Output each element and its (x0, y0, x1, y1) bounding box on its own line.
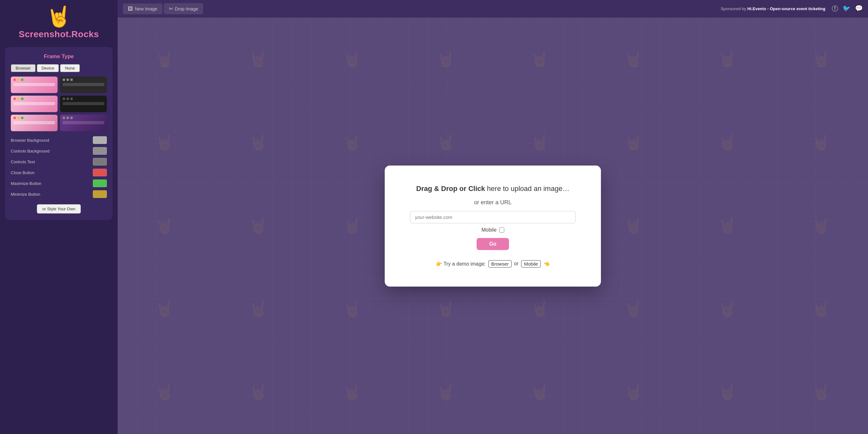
minimize-button-setting: Minimize Button (11, 190, 107, 198)
drag-drop-text: Drag & Drop (416, 185, 458, 193)
browser-bg-swatch[interactable] (93, 136, 107, 144)
social-icons: ⓕ 🐦 💬 (832, 4, 863, 13)
sidebar: 🤘 Screenshot.Rocks Frame Type Browser De… (0, 0, 118, 434)
frame-previews (11, 76, 107, 131)
frame-tabs: Browser Device None (11, 64, 107, 72)
rock-hand-icon: 🤘 (46, 6, 71, 27)
facebook-icon[interactable]: ⓕ (832, 4, 838, 13)
logo-text-pre: Screenshot. (19, 29, 71, 39)
logo-text-accent: Rocks (71, 29, 99, 39)
twitter-icon[interactable]: 🐦 (843, 4, 850, 13)
frame-preview-5[interactable] (11, 115, 58, 131)
sponsor-text: Sponsored by Hi.Events - Open-source eve… (721, 6, 826, 11)
minimize-btn-label: Minimize Button (11, 192, 40, 197)
whatsapp-icon[interactable]: 💬 (855, 4, 863, 13)
frame-preview-4[interactable] (60, 96, 107, 112)
url-label: or enter a URL (410, 199, 576, 206)
demo-or-text: or (514, 261, 519, 267)
frame-panel: Frame Type Browser Device None (5, 47, 113, 220)
topbar: 🖼 New Image ✂ Drop Image Sponsored by Hi… (118, 0, 868, 18)
upload-card[interactable]: Drag & Drop or Click here to upload an i… (385, 166, 601, 287)
frame-preview-2[interactable] (60, 76, 107, 93)
close-button-setting: Close Button (11, 169, 107, 176)
demo-browser-link[interactable]: Browser (488, 260, 512, 268)
maximize-button-setting: Maximize Button (11, 179, 107, 187)
url-input[interactable] (410, 211, 576, 223)
frame-preview-1[interactable] (11, 76, 58, 93)
close-btn-label: Close Button (11, 170, 34, 175)
controls-background-setting: Controls Background (11, 147, 107, 155)
new-image-label: New Image (135, 6, 157, 11)
image-icon: 🖼 (128, 6, 133, 12)
upload-title: Drag & Drop or Click here to upload an i… (410, 185, 576, 193)
drag-desc-text: here to upload an image… (487, 185, 569, 193)
controls-bg-label: Controls Background (11, 149, 49, 154)
canvas-area[interactable]: 🤘🤘🤘🤘🤘🤘🤘🤘 🤘🤘🤘🤘🤘🤘🤘🤘 🤘🤘🤘🤘🤘🤘🤘🤘 🤘🤘🤘🤘🤘🤘🤘🤘 🤘🤘🤘🤘… (118, 18, 868, 434)
frame-preview-6[interactable] (60, 115, 107, 131)
logo-area: 🤘 Screenshot.Rocks (19, 6, 99, 39)
controls-bg-swatch[interactable] (93, 147, 107, 155)
go-button[interactable]: Go (476, 238, 509, 250)
mobile-label: Mobile (482, 227, 496, 233)
tab-browser[interactable]: Browser (11, 64, 36, 72)
mobile-row: Mobile (410, 227, 576, 233)
sponsor-label: Sponsored by (721, 6, 746, 11)
close-btn-swatch[interactable] (93, 169, 107, 176)
controls-text-swatch[interactable] (93, 158, 107, 166)
minimize-btn-swatch[interactable] (93, 190, 107, 198)
demo-row: 👉 Try a demo image: Browser or Mobile 👈 (410, 260, 576, 268)
frame-preview-3[interactable] (11, 96, 58, 112)
controls-text-setting: Controls Text (11, 158, 107, 166)
new-image-button[interactable]: 🖼 New Image (123, 3, 162, 14)
main-area: 🖼 New Image ✂ Drop Image Sponsored by Hi… (118, 0, 868, 434)
frame-type-label: Frame Type (11, 54, 107, 60)
browser-bg-label: Browser Background (11, 138, 49, 143)
demo-label: 👉 Try a demo image: (436, 261, 486, 267)
crop-icon: ✂ (169, 6, 173, 12)
browser-background-setting: Browser Background (11, 136, 107, 144)
logo-text: Screenshot.Rocks (19, 29, 99, 39)
tab-device[interactable]: Device (37, 64, 59, 72)
style-own-button[interactable]: or Style Your Own (37, 204, 81, 213)
demo-mobile-link[interactable]: Mobile (521, 260, 541, 268)
maximize-btn-swatch[interactable] (93, 179, 107, 187)
mobile-checkbox[interactable] (499, 228, 504, 233)
tab-none[interactable]: None (60, 64, 80, 72)
demo-hand-icon: 👈 (544, 261, 550, 267)
controls-text-label: Controls Text (11, 160, 35, 164)
sponsor-link[interactable]: Hi.Events - Open-source event ticketing (747, 6, 826, 11)
crop-image-label: Drop Image (175, 6, 198, 11)
or-click-text: or Click (459, 185, 485, 193)
maximize-btn-label: Maximize Button (11, 181, 41, 186)
crop-image-button[interactable]: ✂ Drop Image (164, 3, 203, 14)
